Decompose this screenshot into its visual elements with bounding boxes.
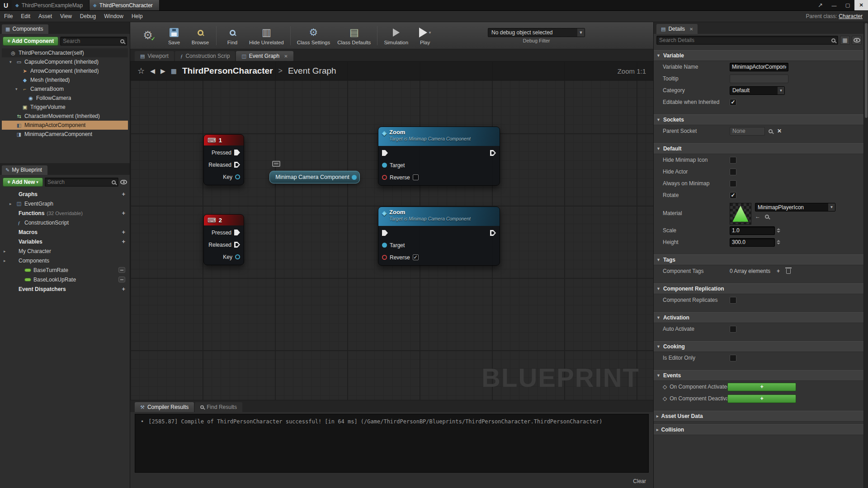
details-search-input[interactable] [659,37,831,43]
hide-actor-checkbox[interactable] [730,169,736,175]
exec-pin[interactable] [234,150,240,155]
add-event-button[interactable]: + [727,383,796,391]
section-activation[interactable]: ▼ Activation [654,312,863,323]
spin-arrows[interactable] [776,240,781,244]
expander-icon[interactable]: ▾ [15,87,19,91]
component-tree-item[interactable]: ➤ ArrowComponent (Inherited) [2,66,128,75]
exec-out-pin[interactable] [490,150,496,156]
close-button[interactable]: ✕ [854,0,868,10]
debug-object-dropdown[interactable]: No debug object selected ▼ [488,28,585,37]
compile-button[interactable]: ⚙✓ [135,28,161,43]
exec-pin[interactable] [234,230,240,235]
section-component-replication[interactable]: ▼ Component Replication [654,283,863,294]
visibility-filter-icon[interactable] [120,180,127,184]
add-item-button[interactable]: + [122,238,125,245]
clear-button[interactable]: Clear [633,478,646,484]
section-asset-user-data[interactable]: ▸ Asset User Data [654,411,863,422]
eye-closed-icon[interactable] [118,267,125,273]
my-blueprint-search-input[interactable] [47,179,112,185]
chevron-down-icon[interactable]: ▾ [429,30,431,35]
material-thumbnail[interactable] [730,203,751,225]
editable-when-inherited-checkbox[interactable] [730,99,736,106]
add-event-button[interactable]: + [727,394,796,403]
document-tab[interactable]: ƒ Construction Scrip ✕ [175,51,236,61]
eye-closed-icon[interactable] [118,277,125,282]
scale-input[interactable] [730,226,775,235]
my-blueprint-row[interactable]: Variables + [2,237,128,246]
component-tree-item[interactable]: ◆ Mesh (Inherited) [2,75,128,84]
component-tree-item[interactable]: ◎ ThirdPersonCharacter(self) [2,48,128,57]
socket-search-icon[interactable] [769,129,773,133]
section-events[interactable]: ▼ Events [654,370,863,381]
details-panel-tab[interactable]: ▤ Details ✕ [656,24,698,34]
maximize-button[interactable]: ▢ [841,0,854,10]
property-matrix-icon[interactable]: ▦ [840,36,850,45]
favorite-star-icon[interactable]: ☆ [137,66,145,76]
back-arrow-icon[interactable]: ◀ [150,67,155,75]
add-component-button[interactable]: + Add Component [3,37,58,46]
find-button[interactable]: Find [219,25,245,46]
tooltip-input[interactable] [730,75,788,83]
my-blueprint-search[interactable] [45,178,118,187]
expander-icon[interactable]: ▸ [4,258,8,263]
window-tab[interactable]: ◆ ThirdPersonExampleMap [12,0,90,10]
expander-icon[interactable]: ▸ [4,249,8,253]
my-blueprint-row[interactable]: BaseTurnRate + [2,265,128,275]
component-tree-item[interactable]: ⇆ CharacterMovement (Inherited) [2,112,128,121]
parent-socket-value[interactable]: None [730,127,765,136]
target-pin[interactable] [382,243,387,248]
section-variable[interactable]: ▼ Variable [654,50,863,61]
expander-icon[interactable]: ▸ [9,202,14,206]
add-new-button[interactable]: + Add New ▾ [3,178,43,187]
menu-item[interactable]: Help [127,11,147,22]
close-tab-icon[interactable]: ✕ [689,27,693,32]
menu-item[interactable]: Asset [34,11,56,22]
document-tab[interactable]: ▤ Viewport ✕ [135,51,174,61]
my-blueprint-row[interactable]: Graphs + [2,189,128,199]
section-sockets[interactable]: ▼ Sockets [654,114,863,125]
spin-arrows[interactable] [776,228,781,233]
key-pin[interactable] [235,254,240,259]
menu-item[interactable]: Debug [76,11,100,22]
component-tree-item[interactable]: ▾ ▭ CapsuleComponent (Inherited) [2,57,128,66]
add-item-button[interactable]: + [122,210,125,216]
material-dropdown[interactable]: MinimapPlayerIcon ▼ [755,203,835,211]
add-item-button[interactable]: + [122,191,125,197]
my-blueprint-row[interactable]: BaseLookUpRate + [2,275,128,284]
reverse-checkbox[interactable] [413,174,419,180]
variable-name-input[interactable] [730,63,788,71]
output-pin[interactable] [352,175,357,180]
minimize-button[interactable]: — [827,0,841,10]
zoom-function-node-2[interactable]: ◈ Zoom Target is Minimap Camera Componen… [378,206,500,266]
compiler-results-tab[interactable]: ⚒ Compiler Results [135,402,194,412]
always-on-minimap-checkbox[interactable] [730,180,736,187]
component-tree-item[interactable]: ◧ MinimapActorComponent [2,121,128,130]
minimap-camera-component-getter-node[interactable]: Minimap Camera Component [269,171,360,183]
use-selected-asset-icon[interactable]: ← [755,213,760,220]
browse-button[interactable]: Browse [187,25,213,46]
input-key-node-1[interactable]: ⌨ 1 Pressed Released Key [203,134,244,185]
height-input[interactable] [730,238,775,247]
auto-activate-checkbox[interactable] [730,326,736,333]
components-search-input[interactable] [63,38,120,44]
class-settings-button[interactable]: ⚙ Class Settings [293,25,334,46]
rotate-checkbox[interactable] [730,192,736,199]
breadcrumb-graph-name[interactable]: Event Graph [288,66,336,76]
view-options-icon[interactable] [852,36,862,45]
component-tree-item[interactable]: ▾ ⌐ CameraBoom [2,84,128,94]
exec-out-pin[interactable] [490,230,496,236]
my-blueprint-row[interactable]: Macros + [2,227,128,237]
exec-pin[interactable] [234,162,240,168]
reverse-pin[interactable] [382,175,387,180]
add-item-button[interactable]: + [122,229,125,235]
target-pin[interactable] [382,163,387,168]
components-panel-tab[interactable]: ▦ Components [2,24,48,34]
exec-pin[interactable] [234,242,240,248]
simulation-button[interactable]: Simulation [380,25,412,46]
menu-item[interactable]: File [0,11,17,22]
component-tree-item[interactable]: ▣ TriggerVolume [2,103,128,112]
details-search[interactable] [656,36,838,45]
my-blueprint-row[interactable]: Event Dispatchers + [2,284,128,294]
component-tree-item[interactable]: ◉ FollowCamera [2,94,128,103]
my-blueprint-panel-tab[interactable]: ✎ My Blueprint [2,165,47,175]
